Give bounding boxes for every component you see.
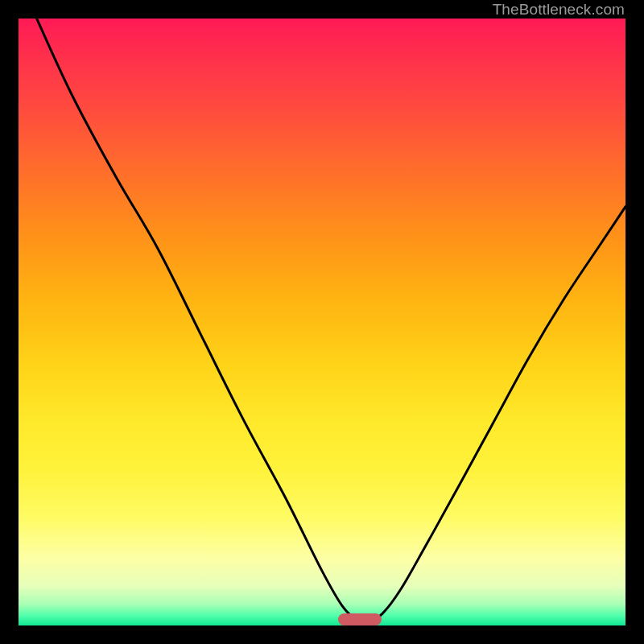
minimum-marker-pill <box>338 613 382 625</box>
bottleneck-curve-line <box>19 19 625 625</box>
plot-area <box>19 19 625 625</box>
watermark-text: TheBottleneck.com <box>493 0 625 19</box>
chart-frame: TheBottleneck.com <box>0 0 644 644</box>
